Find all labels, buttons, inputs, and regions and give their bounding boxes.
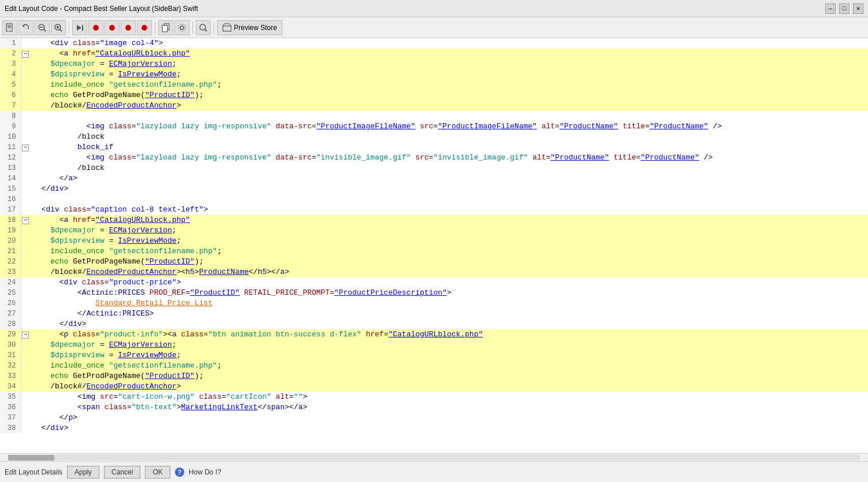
fold-column[interactable]: − (21, 215, 30, 225)
toolbar-undo-btn[interactable] (18, 20, 33, 35)
code-content[interactable]: <div class="caption col-8 text-left"> (30, 205, 868, 215)
line-number: 11 (0, 142, 21, 153)
code-content[interactable]: <span class="btn-text">MarketingLinkText… (30, 402, 868, 413)
fold-column[interactable]: − (21, 329, 30, 340)
table-row: 17 <div class="caption col-8 text-left"> (0, 205, 868, 215)
code-content[interactable]: include_once "getsectionfilename.php"; (30, 246, 868, 257)
table-row: 31 $dpispreview = IsPreviewMode; (0, 350, 868, 361)
code-content[interactable]: <img src="cart-icon-w.png" class="cartIc… (30, 392, 868, 402)
editor-scroll-area[interactable]: 1 <div class="image col-4">2− <a href="C… (0, 38, 868, 453)
code-content[interactable]: </div> (30, 423, 868, 433)
svg-line-11 (60, 29, 62, 31)
cancel-button[interactable]: Cancel (104, 466, 140, 479)
line-number: 36 (0, 402, 21, 413)
code-content[interactable]: <Actinic:PRICES PROD_REF="ProductID" RET… (30, 288, 868, 298)
toolbar-new-btn[interactable] (2, 20, 17, 35)
code-content[interactable]: <div class="product-price"> (30, 277, 868, 288)
maximize-button[interactable]: □ (839, 3, 850, 14)
code-content[interactable]: <img class="lazyload lazy img-responsive… (30, 153, 868, 163)
code-content[interactable] (30, 111, 868, 121)
code-content[interactable] (30, 194, 868, 205)
code-content[interactable]: <div class="image col-4"> (30, 38, 868, 49)
toolbar-rec1-btn[interactable] (88, 20, 103, 35)
fold-column[interactable]: − (21, 142, 30, 153)
code-content[interactable]: include_once "getsectionfilename.php"; (30, 80, 868, 90)
code-content[interactable]: </Actinic:PRICES> (30, 309, 868, 319)
code-content[interactable]: $dpecmajor = ECMajorVersion; (30, 59, 868, 69)
toolbar-zoom-in-btn[interactable] (51, 20, 66, 35)
code-content[interactable]: $dpispreview = IsPreviewMode; (30, 350, 868, 361)
toolbar-zoom-out-btn[interactable] (35, 20, 50, 35)
fold-icon[interactable]: − (22, 51, 29, 58)
toolbar-copy-btn[interactable] (158, 20, 173, 35)
fold-column (21, 309, 30, 319)
table-row: 11− block_if (0, 142, 868, 153)
toolbar-rec4-btn[interactable] (137, 20, 152, 35)
bottom-bar: Edit Layout Details Apply Cancel OK ? Ho… (0, 461, 868, 482)
scrollbar-thumb[interactable] (8, 455, 54, 461)
fold-icon[interactable]: − (22, 332, 29, 339)
preview-store-button[interactable]: Preview Store (217, 20, 282, 35)
close-button[interactable]: ✕ (853, 3, 863, 14)
fold-column (21, 59, 30, 69)
code-content[interactable]: </p> (30, 413, 868, 423)
fold-column (21, 361, 30, 371)
table-row: 34 /block#/EncodedProductAnchor> (0, 381, 868, 392)
code-content[interactable]: </div> (30, 319, 868, 329)
table-row: 35 <img src="cart-icon-w.png" class="car… (0, 392, 868, 402)
fold-icon[interactable]: − (22, 144, 29, 151)
line-number: 19 (0, 225, 21, 236)
table-row: 37 </p> (0, 413, 868, 423)
table-row: 3 $dpecmajor = ECMajorVersion; (0, 59, 868, 69)
fold-column (21, 111, 30, 121)
line-number: 17 (0, 205, 21, 215)
code-content[interactable]: $dpispreview = IsPreviewMode; (30, 69, 868, 80)
toolbar: Preview Store (0, 17, 868, 38)
code-content[interactable]: block_if (30, 142, 868, 153)
line-number: 15 (0, 184, 21, 194)
table-row: 19 $dpecmajor = ECMajorVersion; (0, 225, 868, 236)
fold-icon[interactable]: − (22, 217, 29, 224)
code-content[interactable]: /block (30, 132, 868, 142)
minimize-button[interactable]: — (825, 3, 836, 14)
code-content[interactable]: <a href="CatalogURLblock.php" (30, 49, 868, 59)
edit-layout-details-link[interactable]: Edit Layout Details (5, 468, 62, 476)
code-content[interactable]: $dpecmajor = ECMajorVersion; (30, 340, 868, 350)
ok-button[interactable]: OK (145, 466, 170, 479)
toolbar-step-btn[interactable] (72, 20, 87, 35)
code-content[interactable]: </div> (30, 184, 868, 194)
toolbar-settings-btn[interactable] (174, 20, 189, 35)
code-content[interactable]: /block#/EncodedProductAnchor> (30, 101, 868, 111)
how-do-i-link[interactable]: How Do I? (189, 468, 221, 476)
toolbar-rec2-btn[interactable] (105, 20, 120, 35)
line-number: 38 (0, 423, 21, 433)
toolbar-find-btn[interactable] (196, 20, 211, 35)
apply-button[interactable]: Apply (67, 466, 99, 479)
code-content[interactable]: $dpispreview = IsPreviewMode; (30, 236, 868, 246)
code-content[interactable]: /block#/EncodedProductAnchor><h5>Product… (30, 267, 868, 277)
horizontal-scrollbar[interactable] (0, 453, 868, 461)
code-content[interactable]: /block (30, 163, 868, 173)
code-content[interactable]: echo GetProdPageName("ProductID"); (30, 90, 868, 101)
line-number: 3 (0, 59, 21, 69)
fold-column[interactable]: − (21, 49, 30, 59)
code-content[interactable]: <img class="lazyload lazy img-responsive… (30, 121, 868, 132)
toolbar-rec3-btn[interactable] (121, 20, 136, 35)
code-content[interactable]: <p class="product-info"><a class="btn an… (30, 329, 868, 340)
svg-rect-19 (162, 25, 167, 32)
line-number: 35 (0, 392, 21, 402)
code-content[interactable]: </a> (30, 173, 868, 184)
code-content[interactable]: <a href="CatalogURLblock.php" (30, 215, 868, 225)
code-content[interactable]: Standard Retail Price List (30, 298, 868, 309)
code-table: 1 <div class="image col-4">2− <a href="C… (0, 38, 868, 433)
code-content[interactable]: include_once "getsectionfilename.php"; (30, 361, 868, 371)
code-content[interactable]: $dpecmajor = ECMajorVersion; (30, 225, 868, 236)
table-row: 24 <div class="product-price"> (0, 277, 868, 288)
line-number: 29 (0, 329, 21, 340)
code-content[interactable]: echo GetProdPageName("ProductID"); (30, 371, 868, 381)
svg-rect-24 (223, 26, 231, 31)
preview-store-label: Preview Store (234, 24, 277, 32)
code-content[interactable]: echo GetProdPageName("ProductID"); (30, 257, 868, 267)
code-content[interactable]: /block#/EncodedProductAnchor> (30, 381, 868, 392)
window-controls: — □ ✕ (825, 3, 863, 14)
